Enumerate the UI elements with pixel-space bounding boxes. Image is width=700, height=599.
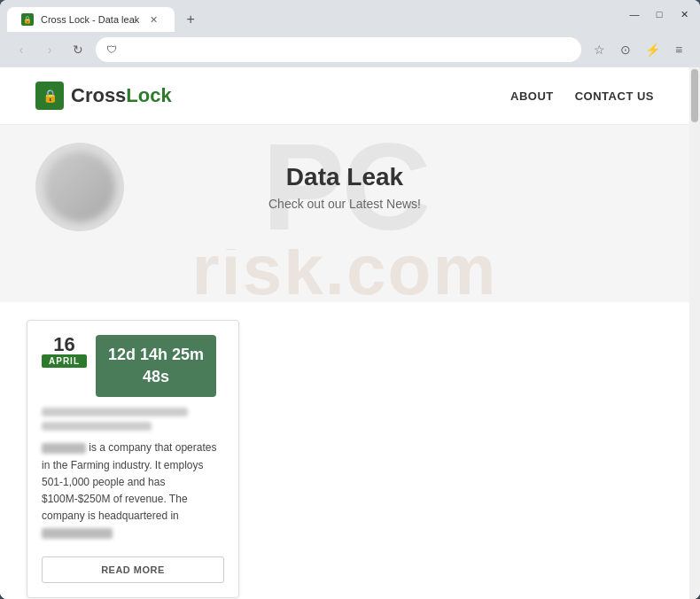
scrollbar-thumb[interactable] [691,69,698,122]
avatar-image [44,152,115,222]
menu-icon[interactable]: ≡ [668,39,689,60]
logo-lock: Lock [126,84,171,106]
card-description: is a company that operates in the Farmin… [42,440,224,541]
shield-icon[interactable]: ⊙ [615,39,636,60]
site-header: 🔒 CrossLock ABOUT CONTACT US [0,67,689,125]
hero-section: PC Data Leak Check out our Latest News! [0,125,689,249]
address-bar: ‹ › ↻ 🛡 ☆ ⊙ ⚡ ≡ [0,32,700,67]
toolbar-icons: ☆ ⊙ ⚡ ≡ [588,39,689,60]
minimize-button[interactable]: — [626,5,643,23]
cards-section: 16 APRIL 12d 14h 25m48s is [0,302,689,599]
active-tab[interactable]: 🔒 Cross Lock - Data leak ✕ [7,7,175,32]
nav-contact-us[interactable]: CONTACT US [575,89,654,103]
new-tab-button[interactable]: + [178,7,203,32]
leak-card: 16 APRIL 12d 14h 25m48s is [27,320,239,598]
hero-title: Data Leak [286,163,403,191]
extensions-icon[interactable]: ⚡ [642,39,663,60]
title-bar: 🔒 Cross Lock - Data leak ✕ + — □ ✕ [0,0,700,32]
nav-menu: ABOUT CONTACT US [510,89,654,103]
window-close-button[interactable]: ✕ [675,5,693,23]
back-button[interactable]: ‹ [11,39,32,60]
watermark-bottom: risk.com [191,249,497,302]
forward-button[interactable]: › [39,39,60,60]
card-date: 16 APRIL [42,335,87,368]
tab-title: Cross Lock - Data leak [41,14,139,25]
nav-about[interactable]: ABOUT [510,89,554,103]
window-controls: — □ ✕ [626,5,693,27]
hero-avatar [35,143,124,231]
hero-subtitle: Check out our Latest News! [268,197,421,211]
blurred-word-2 [42,528,113,539]
tab-favicon: 🔒 [21,13,34,26]
refresh-button[interactable]: ↻ [67,39,89,60]
watermark-band: risk.com [0,249,689,302]
blurred-word-1 [42,443,86,454]
logo-icon: 🔒 [35,82,64,110]
tab-close-button[interactable]: ✕ [146,12,160,27]
page-content: 🔒 CrossLock ABOUT CONTACT US PC Data Lea… [0,67,689,599]
address-shield-icon: 🛡 [106,43,117,56]
address-input-bar[interactable]: 🛡 [96,37,581,62]
date-month: APRIL [42,354,87,368]
countdown-badge: 12d 14h 25m48s [96,335,216,397]
scrollbar-track[interactable] [689,67,700,599]
read-more-button[interactable]: READ MORE [42,556,224,583]
blurred-company-detail [42,422,152,431]
maximize-button[interactable]: □ [650,5,668,23]
bookmark-icon[interactable]: ☆ [588,39,610,60]
date-day: 16 [53,335,74,354]
logo-cross: Cross [71,84,126,106]
site-logo: 🔒 CrossLock [35,82,172,110]
browser-window: 🔒 Cross Lock - Data leak ✕ + — □ ✕ ‹ › ↻… [0,0,700,599]
tab-bar: 🔒 Cross Lock - Data leak ✕ + [7,0,203,32]
logo-text: CrossLock [71,84,172,107]
browser-content-area: 🔒 CrossLock ABOUT CONTACT US PC Data Lea… [0,67,700,599]
blurred-company-name [42,408,188,416]
